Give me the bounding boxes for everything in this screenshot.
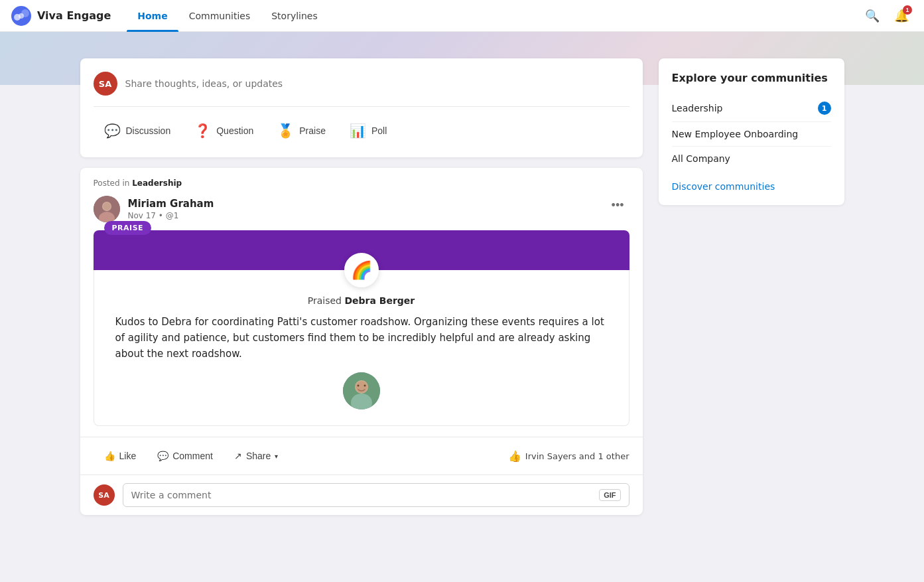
discover-communities-link[interactable]: Discover communities	[672, 181, 831, 192]
main-layout: SA Share thoughts, ideas, or updates 💬 D…	[64, 85, 860, 515]
compose-avatar: SA	[94, 72, 117, 96]
debra-berger-avatar[interactable]	[343, 372, 380, 409]
post-author-info: Miriam Graham Nov 17 • @1	[94, 196, 214, 222]
sidebar-column: Explore your communities Leadership 1 Ne…	[659, 85, 844, 515]
compose-question-button[interactable]: ❓ Question	[184, 117, 264, 144]
share-chevron-icon: ▾	[275, 453, 278, 460]
feed-column: SA Share thoughts, ideas, or updates 💬 D…	[80, 85, 643, 515]
post-author-details: Miriam Graham Nov 17 • @1	[128, 198, 214, 220]
comment-input-field[interactable]: Write a comment GIF	[123, 483, 629, 507]
comment-input-row: SA Write a comment GIF	[80, 474, 643, 515]
post-more-button[interactable]: •••	[606, 196, 629, 215]
like-icon: 👍	[104, 451, 115, 461]
community-badge-leadership: 1	[818, 102, 831, 115]
post-likes: 👍 Irvin Sayers and 1 other	[508, 450, 629, 463]
compose-praise-button[interactable]: 🏅 Praise	[267, 117, 336, 144]
notifications-button[interactable]: 🔔 1	[890, 4, 913, 28]
compose-placeholder[interactable]: Share thoughts, ideas, or updates	[125, 78, 629, 89]
compose-input-row: SA Share thoughts, ideas, or updates	[94, 72, 629, 107]
nav-link-storylines[interactable]: Storylines	[261, 0, 328, 32]
app-name: Viva Engage	[37, 9, 111, 22]
community-name-all-company: All Company	[672, 153, 730, 164]
post-author-meta: Nov 17 • @1	[128, 211, 214, 220]
compose-box: SA Share thoughts, ideas, or updates 💬 D…	[80, 58, 643, 157]
compose-discussion-button[interactable]: 💬 Discussion	[94, 117, 182, 144]
debra-avatar-graphic	[343, 372, 380, 409]
community-item-new-employee[interactable]: New Employee Onboarding	[672, 122, 831, 147]
praise-emoji: 🌈	[344, 253, 379, 287]
post-author-row: Miriam Graham Nov 17 • @1 •••	[94, 196, 629, 222]
praise-praised-text: Praised Debra Berger	[308, 295, 415, 306]
post-header: Posted in Leadership	[80, 168, 643, 230]
post-author-avatar	[94, 196, 120, 222]
nav-actions: 🔍 🔔 1	[860, 4, 913, 28]
post-actions: 👍 Like 💬 Comment ↗ Share ▾ 👍 Irvin Sayer…	[80, 437, 643, 474]
sidebar-title: Explore your communities	[672, 72, 831, 84]
praise-body: 🌈 Praised Debra Berger Kudos to Debra fo…	[94, 270, 629, 426]
comment-avatar: SA	[94, 484, 115, 506]
community-item-leadership[interactable]: Leadership 1	[672, 95, 831, 122]
share-icon: ↗	[234, 451, 242, 461]
notification-count: 1	[903, 5, 912, 15]
community-name-new-employee: New Employee Onboarding	[672, 129, 799, 139]
gif-button[interactable]: GIF	[599, 489, 620, 501]
praise-message: Kudos to Debra for coordinating Patti's …	[115, 314, 608, 362]
community-item-all-company[interactable]: All Company	[672, 147, 831, 171]
search-button[interactable]: 🔍	[860, 4, 884, 28]
praise-badge-label: PRAISE	[104, 221, 152, 235]
praise-icon: 🏅	[277, 123, 294, 139]
viva-engage-logo-icon	[11, 5, 32, 27]
post-author-name[interactable]: Miriam Graham	[128, 198, 214, 210]
compose-actions: 💬 Discussion ❓ Question 🏅 Praise 📊 Poll	[94, 117, 629, 144]
poll-icon: 📊	[350, 123, 366, 139]
comment-button[interactable]: 💬 Comment	[147, 445, 224, 467]
svg-point-7	[103, 202, 111, 210]
discussion-icon: 💬	[104, 123, 121, 139]
nav-links: Home Communities Storylines	[127, 0, 860, 32]
post-community-label: Posted in Leadership	[94, 179, 629, 188]
question-icon: ❓	[194, 123, 211, 139]
compose-poll-button[interactable]: 📊 Poll	[339, 117, 397, 144]
app-logo[interactable]: Viva Engage	[11, 5, 111, 27]
svg-point-3	[19, 13, 24, 19]
miriam-avatar-graphic	[94, 196, 120, 222]
likes-thumb-icon: 👍	[508, 450, 521, 463]
svg-point-12	[357, 385, 359, 387]
top-navigation: Viva Engage Home Communities Storylines …	[0, 0, 924, 32]
comment-icon: 💬	[157, 451, 168, 461]
communities-panel: Explore your communities Leadership 1 Ne…	[659, 58, 844, 205]
community-name-leadership: Leadership	[672, 103, 723, 113]
svg-point-13	[363, 385, 365, 387]
share-button[interactable]: ↗ Share ▾	[224, 445, 289, 467]
nav-link-communities[interactable]: Communities	[178, 0, 261, 32]
nav-link-home[interactable]: Home	[127, 0, 178, 32]
search-icon: 🔍	[865, 9, 880, 23]
post-card: Posted in Leadership	[80, 168, 643, 515]
like-button[interactable]: 👍 Like	[94, 445, 147, 467]
praise-card: PRAISE 🌈 Praised Debra Berger Kudos to D…	[94, 230, 629, 426]
